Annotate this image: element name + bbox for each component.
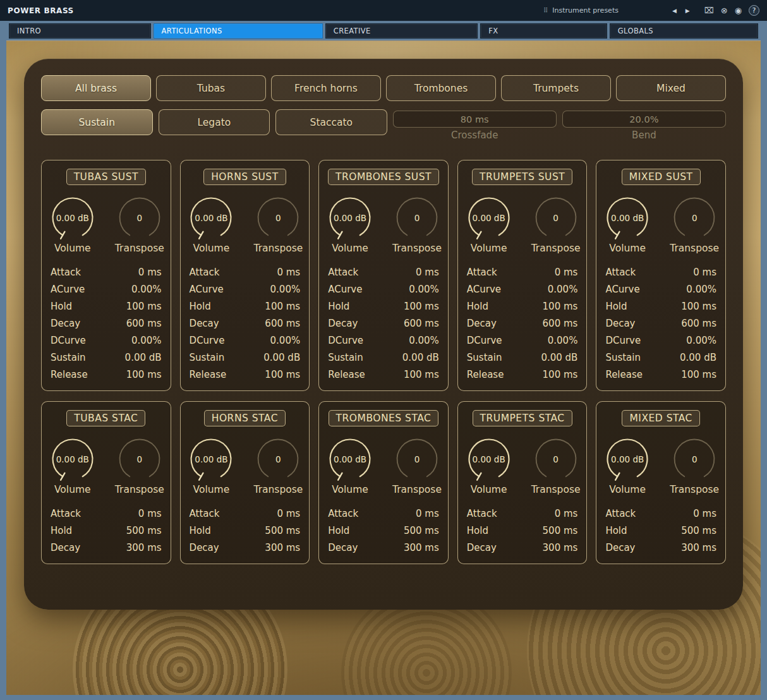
param-value[interactable]: 0.00%	[131, 284, 162, 295]
tab-globals[interactable]: GLOBALS	[610, 23, 758, 39]
volume-knob[interactable]: 0.00 dB	[49, 436, 96, 483]
param-value[interactable]: 600 ms	[543, 318, 578, 329]
ensemble-button-french-horns[interactable]: French horns	[271, 75, 381, 101]
param-value[interactable]: 0 ms	[555, 508, 578, 519]
param-value[interactable]: 500 ms	[404, 525, 439, 536]
param-value[interactable]: 0.00 dB	[541, 352, 577, 363]
param-value[interactable]: 0.00 dB	[680, 352, 716, 363]
param-value[interactable]: 500 ms	[265, 525, 300, 536]
param-value[interactable]: 0.00 dB	[263, 352, 300, 363]
articulation-button-sustain[interactable]: Sustain	[41, 109, 153, 135]
ensemble-button-trombones[interactable]: Trombones	[386, 75, 496, 101]
param-value[interactable]: 600 ms	[404, 318, 439, 329]
param-value[interactable]: 0.00%	[686, 284, 716, 295]
transpose-knob[interactable]: 0	[116, 436, 163, 483]
param-value[interactable]: 100 ms	[681, 301, 716, 312]
transpose-knob[interactable]: 0	[116, 195, 163, 241]
param-value[interactable]: 0.00 dB	[125, 352, 162, 363]
next-preset-icon[interactable]: ▶	[681, 8, 694, 14]
param-name: Hold	[605, 301, 627, 312]
transpose-knob[interactable]: 0	[394, 436, 440, 483]
volume-knob[interactable]: 0.00 dB	[188, 195, 234, 241]
param-value[interactable]: 0.00%	[270, 284, 301, 295]
transpose-knob[interactable]: 0	[255, 436, 301, 483]
bend-slider[interactable]: 20.0%	[562, 111, 726, 128]
param-value[interactable]: 300 ms	[265, 542, 300, 553]
param-value[interactable]: 100 ms	[543, 369, 578, 380]
eye-icon[interactable]: ◉	[735, 6, 742, 15]
param-value[interactable]: 300 ms	[404, 542, 439, 553]
panic-icon[interactable]: ⌧	[704, 6, 714, 15]
param-value[interactable]: 0 ms	[277, 508, 300, 519]
param-value[interactable]: 600 ms	[126, 318, 162, 329]
prev-preset-icon[interactable]: ◀	[668, 8, 681, 14]
param-value[interactable]: 300 ms	[126, 542, 162, 553]
param-value[interactable]: 0.00 dB	[402, 352, 439, 363]
volume-value: 0.00 dB	[49, 195, 96, 241]
volume-knob[interactable]: 0.00 dB	[466, 436, 512, 483]
presets-label: Instrument presets	[552, 6, 619, 15]
param-value[interactable]: 0 ms	[277, 267, 300, 278]
param-value[interactable]: 100 ms	[265, 369, 300, 380]
transpose-knob[interactable]: 0	[671, 195, 718, 241]
volume-knob[interactable]: 0.00 dB	[327, 436, 373, 483]
crossfade-slider[interactable]: 80 ms	[393, 111, 557, 128]
param-value[interactable]: 0 ms	[416, 267, 439, 278]
instrument-presets-button[interactable]: ⠿ Instrument presets	[543, 6, 619, 15]
param-value[interactable]: 0 ms	[416, 508, 439, 519]
volume-knob[interactable]: 0.00 dB	[466, 195, 512, 241]
param-value[interactable]: 0.00%	[409, 284, 439, 295]
articulation-button-staccato[interactable]: Staccato	[275, 109, 387, 135]
ensemble-button-tubas[interactable]: Tubas	[156, 75, 266, 101]
param-value[interactable]: 100 ms	[265, 301, 300, 312]
articulation-button-legato[interactable]: Legato	[159, 109, 270, 135]
param-value[interactable]: 500 ms	[681, 525, 716, 536]
help-icon[interactable]: ?	[749, 5, 759, 16]
param-value[interactable]: 100 ms	[404, 369, 439, 380]
param-value[interactable]: 600 ms	[681, 318, 716, 329]
param-value[interactable]: 100 ms	[126, 369, 162, 380]
transpose-knob[interactable]: 0	[671, 436, 718, 483]
param-value[interactable]: 0.00%	[409, 335, 439, 346]
volume-knob[interactable]: 0.00 dB	[604, 195, 651, 241]
tab-fx[interactable]: FX	[480, 23, 607, 39]
param-value[interactable]: 0 ms	[693, 267, 716, 278]
titlebar-icon-cluster: ⌧ ⊗ ◉ ?	[704, 5, 759, 16]
param-value[interactable]: 100 ms	[126, 301, 162, 312]
param-value[interactable]: 100 ms	[404, 301, 439, 312]
param-value[interactable]: 0.00%	[548, 335, 578, 346]
param-value[interactable]: 500 ms	[126, 525, 162, 536]
tab-articulations[interactable]: ARTICULATIONS	[154, 23, 323, 39]
transpose-knob[interactable]: 0	[533, 195, 579, 241]
param-name: Decay	[190, 318, 219, 329]
param-value[interactable]: 0 ms	[138, 508, 162, 519]
bypass-icon[interactable]: ⊗	[721, 6, 728, 15]
volume-knob[interactable]: 0.00 dB	[327, 195, 373, 241]
param-value[interactable]: 500 ms	[543, 525, 578, 536]
param-value[interactable]: 0.00%	[270, 335, 301, 346]
tab-intro[interactable]: INTRO	[9, 23, 151, 39]
param-value[interactable]: 0 ms	[555, 267, 578, 278]
transpose-knob[interactable]: 0	[255, 195, 301, 241]
param-value[interactable]: 0.00%	[686, 335, 716, 346]
transpose-knob[interactable]: 0	[394, 195, 440, 241]
param-value[interactable]: 0 ms	[138, 267, 162, 278]
volume-knob[interactable]: 0.00 dB	[604, 436, 651, 483]
param-value[interactable]: 300 ms	[681, 542, 716, 553]
param-value[interactable]: 0.00%	[131, 335, 162, 346]
param-value[interactable]: 0 ms	[693, 508, 716, 519]
transpose-knob[interactable]: 0	[533, 436, 579, 483]
param-value[interactable]: 600 ms	[265, 318, 300, 329]
param-name: DCurve	[190, 335, 225, 346]
crossfade-label: Crossfade	[393, 130, 557, 141]
param-value[interactable]: 100 ms	[543, 301, 578, 312]
ensemble-button-mixed[interactable]: Mixed	[616, 75, 726, 101]
ensemble-button-trumpets[interactable]: Trumpets	[501, 75, 611, 101]
param-value[interactable]: 100 ms	[681, 369, 716, 380]
ensemble-button-all-brass[interactable]: All brass	[41, 75, 151, 101]
param-value[interactable]: 0.00%	[548, 284, 578, 295]
tab-creative[interactable]: CREATIVE	[325, 23, 478, 39]
volume-knob[interactable]: 0.00 dB	[188, 436, 234, 483]
volume-knob[interactable]: 0.00 dB	[49, 195, 96, 241]
param-value[interactable]: 300 ms	[543, 542, 578, 553]
